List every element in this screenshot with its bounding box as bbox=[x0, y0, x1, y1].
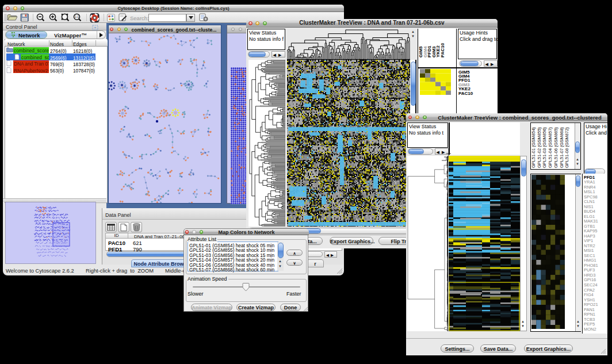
svg-text:1:1: 1:1 bbox=[75, 16, 79, 18]
